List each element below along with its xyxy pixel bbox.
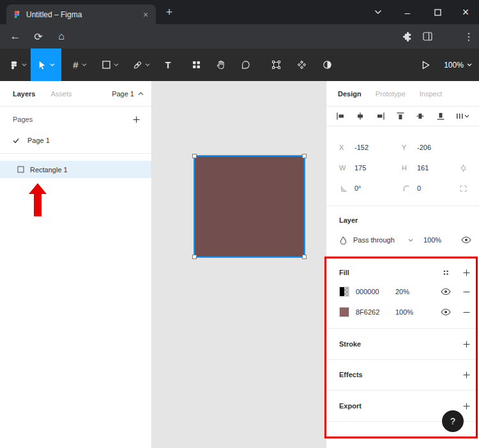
fill-color-swatch[interactable] [339,287,349,297]
add-export-button[interactable] [459,398,474,414]
move-tool-button[interactable] [31,49,61,81]
align-bottom-icon[interactable] [436,112,445,121]
corner-radius-input[interactable]: 0 [417,181,421,196]
tab-search-chevron-icon[interactable] [365,0,392,24]
resources-tool-button[interactable] [184,49,208,81]
swatch-solid-half [340,287,344,296]
fill-styles-icon[interactable] [438,265,453,280]
fill-opacity-input[interactable]: 100% [395,304,413,320]
design-panel: Design Prototype Inspect X -152 Y -206 W… [326,81,479,448]
fill-hex-input[interactable]: 000000 [356,284,379,299]
text-tool-button[interactable]: T [156,49,180,81]
chevron-down-icon [50,63,55,66]
independent-corners-icon[interactable] [455,181,471,196]
layer-list-item-rectangle[interactable]: Rectangle 1 [0,161,151,178]
rotation-input[interactable]: 0° [354,181,361,196]
shape-tool-button[interactable] [96,49,125,81]
zoom-menu[interactable]: 100% [439,49,476,81]
align-left-icon[interactable] [336,112,345,121]
pen-tool-button[interactable] [126,49,156,81]
frame-tool-icon: # [73,59,78,70]
align-vertical-center-icon[interactable] [416,112,425,121]
remove-fill-button[interactable] [459,304,474,320]
constrain-proportions-icon[interactable] [455,160,471,175]
fill-color-swatch[interactable] [339,307,349,317]
swatch-solid [340,308,349,317]
selection-handle[interactable] [192,255,197,259]
layer-visibility-eye-icon[interactable] [459,232,474,248]
y-input[interactable]: -206 [417,140,431,155]
tab-close-icon[interactable]: × [141,10,151,20]
window-maximize-button[interactable] [424,0,451,24]
hand-tool-button[interactable] [208,49,232,81]
x-input[interactable]: -152 [354,140,369,155]
edit-object-button[interactable] [263,49,289,81]
figma-logo-icon [10,61,19,70]
home-button[interactable]: ⌂ [51,24,72,49]
layers-panel-header: Layers Assets Page 1 [0,81,151,107]
align-top-icon[interactable] [396,112,405,121]
selection-handle[interactable] [302,255,307,259]
browser-tab[interactable]: Untitled – Figma × [6,4,156,24]
tab-inspect[interactable]: Inspect [420,90,442,98]
design-panel-tabs: Design Prototype Inspect [326,81,479,107]
tab-assets[interactable]: Assets [50,90,72,98]
remove-fill-button[interactable] [459,284,474,299]
page-list-item[interactable]: Page 1 [0,132,151,149]
page-selector[interactable]: Page 1 [112,90,144,98]
resources-grid-icon [192,61,201,69]
extensions-puzzle-icon[interactable] [397,24,418,49]
use-as-mask-button[interactable] [314,49,340,81]
new-tab-button[interactable]: + [162,5,176,19]
window-minimize-button[interactable]: – [394,0,421,24]
add-stroke-button[interactable] [459,336,474,352]
move-cursor-icon [37,60,47,70]
edit-object-icon [271,60,281,70]
tab-design[interactable]: Design [338,90,361,98]
tab-layers[interactable]: Layers [13,90,35,98]
page-item-label: Page 1 [27,137,50,144]
selected-rectangle[interactable] [194,155,305,258]
reload-button[interactable]: ⟳ [28,24,49,49]
divider [0,153,151,154]
chevron-down-icon[interactable] [403,232,418,248]
height-input[interactable]: 161 [417,160,429,175]
window-close-button[interactable]: × [452,0,479,24]
fill-opacity-input[interactable]: 20% [395,284,409,299]
chevron-down-icon [114,63,119,66]
blend-mode-icon [335,232,351,248]
selection-handle[interactable] [302,154,307,158]
browser-toolbar: ← ⟳ ⌂ https://www.figma.com/file/T7THYhb… [0,24,479,49]
help-button[interactable]: ? [442,410,464,432]
layer-opacity-input[interactable]: 100% [423,232,441,248]
main-menu-button[interactable] [4,49,32,81]
add-page-button[interactable] [128,112,144,127]
side-panel-icon[interactable] [417,24,437,49]
layer-section-title: Layer [339,213,358,228]
frame-tool-button[interactable]: # [65,49,95,81]
canvas[interactable] [152,81,326,448]
browser-menu-icon[interactable]: ⋮ [459,24,479,49]
align-right-icon[interactable] [376,112,385,121]
width-input[interactable]: 175 [354,160,366,175]
create-component-button[interactable] [289,49,314,81]
add-fill-button[interactable] [459,265,474,280]
export-section-title: Export [339,398,361,414]
fill-visibility-eye-icon[interactable] [438,304,453,320]
alignment-toolbar [326,107,479,126]
selection-handle[interactable] [192,154,197,158]
figma-toolbar: # T [0,49,479,81]
present-button[interactable] [414,49,438,81]
figma-browser-window: Untitled – Figma × + – × ← ⟳ ⌂ https://w… [0,0,479,448]
tab-prototype[interactable]: Prototype [376,90,406,98]
pen-icon [133,61,142,70]
add-effect-button[interactable] [459,367,474,382]
fill-visibility-eye-icon[interactable] [438,284,453,299]
back-button[interactable]: ← [5,24,26,49]
comment-tool-button[interactable] [232,49,258,81]
distribute-menu-icon[interactable] [456,112,469,121]
rectangle-layer-icon [17,166,24,173]
align-horizontal-center-icon[interactable] [356,112,365,121]
blend-mode-select[interactable]: Pass through [353,232,395,248]
fill-hex-input[interactable]: 8F6262 [356,304,379,320]
